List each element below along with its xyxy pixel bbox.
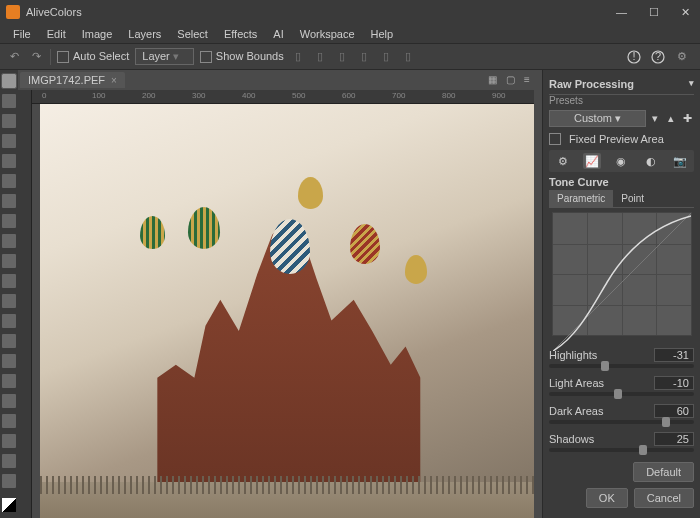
tool-crop[interactable] bbox=[2, 154, 16, 168]
ruler-horizontal: 0 100 200 300 400 500 600 700 800 900 bbox=[26, 90, 534, 104]
close-button[interactable]: ✕ bbox=[677, 4, 694, 21]
align-icon-6[interactable]: ▯ bbox=[400, 49, 416, 65]
dark-areas-slider: Dark Areas60 bbox=[549, 404, 694, 424]
tool-eyedropper[interactable] bbox=[2, 174, 16, 188]
options-toolbar: ↶ ↷ Auto Select Layer ▾ Show Bounds ▯ ▯ … bbox=[0, 44, 700, 70]
show-bounds-label: Show Bounds bbox=[216, 50, 284, 62]
tool-a[interactable] bbox=[2, 414, 16, 428]
minimize-button[interactable]: — bbox=[612, 4, 631, 21]
cancel-button[interactable]: Cancel bbox=[634, 488, 694, 508]
dark-areas-value[interactable]: 60 bbox=[654, 404, 694, 418]
raw-processing-panel: Raw Processing ▾ Presets Custom ▾ ▾ ▴ ✚ … bbox=[542, 70, 700, 518]
view-snapshot-icon[interactable]: 📷 bbox=[671, 153, 689, 169]
tool-gradient[interactable] bbox=[2, 274, 16, 288]
curve-line bbox=[553, 213, 691, 351]
menu-select[interactable]: Select bbox=[170, 26, 215, 42]
document-tabs: IMGP1742.PEF × ▦ ▢ ≡ bbox=[18, 70, 542, 90]
tool-select[interactable] bbox=[2, 94, 16, 108]
layer-combo[interactable]: Layer ▾ bbox=[135, 48, 194, 65]
tool-brush[interactable] bbox=[2, 194, 16, 208]
tool-wand[interactable] bbox=[2, 134, 16, 148]
tool-move[interactable] bbox=[2, 74, 16, 88]
menu-layers[interactable]: Layers bbox=[121, 26, 168, 42]
preset-add-icon[interactable]: ✚ bbox=[680, 112, 694, 126]
align-icon-1[interactable]: ▯ bbox=[290, 49, 306, 65]
redo-icon[interactable]: ↷ bbox=[28, 49, 44, 65]
tab-action-menu-icon[interactable]: ≡ bbox=[524, 74, 536, 86]
tab-point[interactable]: Point bbox=[613, 190, 652, 207]
maximize-button[interactable]: ☐ bbox=[645, 4, 663, 21]
light-areas-value[interactable]: -10 bbox=[654, 376, 694, 390]
preset-load-icon[interactable]: ▴ bbox=[664, 112, 678, 126]
highlights-track[interactable] bbox=[549, 364, 694, 368]
menu-workspace[interactable]: Workspace bbox=[293, 26, 362, 42]
tab-parametric[interactable]: Parametric bbox=[549, 190, 613, 207]
align-icon-5[interactable]: ▯ bbox=[378, 49, 394, 65]
svg-line-4 bbox=[553, 213, 691, 351]
light-areas-label: Light Areas bbox=[549, 377, 604, 389]
gear-icon[interactable]: ⚙ bbox=[674, 49, 690, 65]
presets-combo[interactable]: Custom ▾ bbox=[549, 110, 646, 127]
tool-eraser[interactable] bbox=[2, 234, 16, 248]
tab-action-window-icon[interactable]: ▢ bbox=[506, 74, 518, 86]
fixed-preview-checkbox[interactable] bbox=[549, 133, 561, 145]
tool-text[interactable] bbox=[2, 334, 16, 348]
tool-sharpen[interactable] bbox=[2, 314, 16, 328]
shadows-value[interactable]: 25 bbox=[654, 432, 694, 446]
document-tab-close-icon[interactable]: × bbox=[111, 75, 117, 86]
preset-save-icon[interactable]: ▾ bbox=[648, 112, 662, 126]
menu-ai[interactable]: AI bbox=[266, 26, 290, 42]
view-settings-icon[interactable]: ⚙ bbox=[554, 153, 572, 169]
view-curve-icon[interactable]: 📈 bbox=[583, 153, 601, 169]
menu-bar: File Edit Image Layers Select Effects AI… bbox=[0, 24, 700, 44]
view-eye-icon[interactable]: ◉ bbox=[612, 153, 630, 169]
shadows-track[interactable] bbox=[549, 448, 694, 452]
menu-image[interactable]: Image bbox=[75, 26, 120, 42]
default-button[interactable]: Default bbox=[633, 462, 694, 482]
tool-c[interactable] bbox=[2, 454, 16, 468]
tool-shape[interactable] bbox=[2, 354, 16, 368]
undo-icon[interactable]: ↶ bbox=[6, 49, 22, 65]
notice-icon[interactable]: ! bbox=[626, 49, 642, 65]
tone-curve-title: Tone Curve bbox=[549, 172, 694, 190]
color-swatch[interactable] bbox=[2, 498, 16, 512]
shadows-label: Shadows bbox=[549, 433, 594, 445]
show-bounds-checkbox[interactable]: Show Bounds bbox=[200, 50, 284, 63]
panel-collapse-icon[interactable]: ▾ bbox=[689, 78, 694, 90]
tool-hand[interactable] bbox=[2, 374, 16, 388]
tool-zoom[interactable] bbox=[2, 394, 16, 408]
light-areas-thumb[interactable] bbox=[614, 389, 622, 399]
presets-combo-value: Custom bbox=[574, 112, 612, 124]
align-icon-2[interactable]: ▯ bbox=[312, 49, 328, 65]
layer-combo-label: Layer bbox=[142, 50, 170, 62]
ok-button[interactable]: OK bbox=[586, 488, 628, 508]
app-title: AliveColors bbox=[26, 6, 82, 18]
menu-file[interactable]: File bbox=[6, 26, 38, 42]
auto-select-checkbox[interactable]: Auto Select bbox=[57, 50, 129, 63]
menu-edit[interactable]: Edit bbox=[40, 26, 73, 42]
document-tab[interactable]: IMGP1742.PEF × bbox=[20, 72, 125, 88]
shadows-thumb[interactable] bbox=[639, 445, 647, 455]
tool-b[interactable] bbox=[2, 434, 16, 448]
tool-d[interactable] bbox=[2, 474, 16, 488]
menu-help[interactable]: Help bbox=[364, 26, 401, 42]
align-icon-4[interactable]: ▯ bbox=[356, 49, 372, 65]
tool-blur[interactable] bbox=[2, 294, 16, 308]
view-toggle-icon[interactable]: ◐ bbox=[642, 153, 660, 169]
align-icon-3[interactable]: ▯ bbox=[334, 49, 350, 65]
help-icon[interactable]: ? bbox=[650, 49, 666, 65]
menu-effects[interactable]: Effects bbox=[217, 26, 264, 42]
tool-lasso[interactable] bbox=[2, 114, 16, 128]
app-icon bbox=[6, 5, 20, 19]
highlights-thumb[interactable] bbox=[601, 361, 609, 371]
tone-curve-graph[interactable] bbox=[552, 212, 692, 336]
tab-action-layout-icon[interactable]: ▦ bbox=[488, 74, 500, 86]
light-areas-track[interactable] bbox=[549, 392, 694, 396]
dark-areas-thumb[interactable] bbox=[662, 417, 670, 427]
tool-clone[interactable] bbox=[2, 214, 16, 228]
title-bar: AliveColors — ☐ ✕ bbox=[0, 0, 700, 24]
tool-fill[interactable] bbox=[2, 254, 16, 268]
ruler-vertical bbox=[18, 90, 32, 518]
dark-areas-track[interactable] bbox=[549, 420, 694, 424]
image-canvas[interactable] bbox=[40, 104, 534, 518]
